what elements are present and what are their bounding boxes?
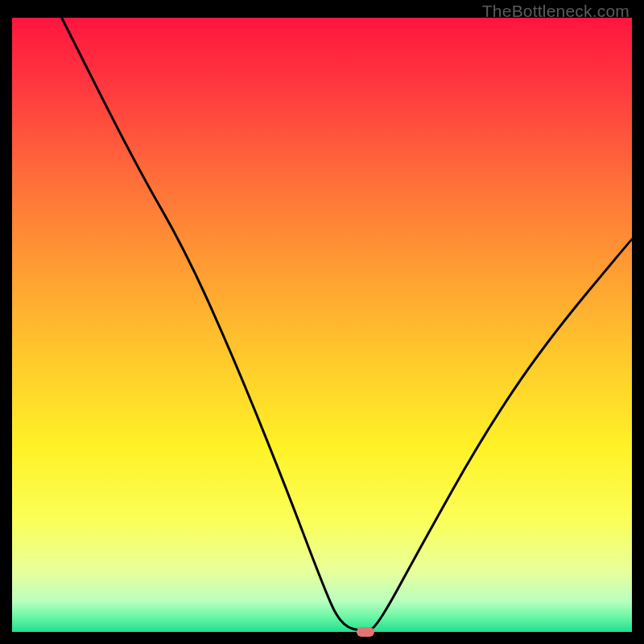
chart-background	[12, 18, 632, 632]
chart-frame	[12, 18, 632, 632]
bottleneck-chart	[12, 18, 632, 632]
optimal-point-marker	[357, 627, 374, 637]
